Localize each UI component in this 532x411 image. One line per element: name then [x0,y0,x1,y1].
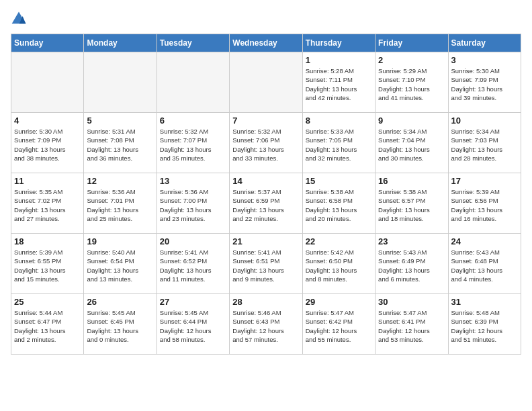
day-info: Sunrise: 5:41 AM Sunset: 6:51 PM Dayligh… [232,248,299,283]
calendar-cell: 4Sunrise: 5:30 AM Sunset: 7:09 PM Daylig… [11,113,84,173]
day-info: Sunrise: 5:48 AM Sunset: 6:39 PM Dayligh… [451,308,518,344]
calendar-cell [157,52,229,113]
day-number: 7 [232,116,299,126]
calendar-cell: 10Sunrise: 5:34 AM Sunset: 7:03 PM Dayli… [448,113,521,173]
weekday-header-monday: Monday [84,34,157,52]
calendar-cell: 12Sunrise: 5:36 AM Sunset: 7:01 PM Dayli… [84,173,157,234]
day-info: Sunrise: 5:34 AM Sunset: 7:03 PM Dayligh… [451,127,518,163]
calendar-cell [11,52,84,113]
calendar-header-row: SundayMondayTuesdayWednesdayThursdayFrid… [11,34,521,52]
day-number: 28 [232,297,299,307]
weekday-header-saturday: Saturday [448,34,521,52]
calendar-cell: 6Sunrise: 5:32 AM Sunset: 7:07 PM Daylig… [157,113,229,173]
day-info: Sunrise: 5:47 AM Sunset: 6:41 PM Dayligh… [378,308,445,344]
day-info: Sunrise: 5:29 AM Sunset: 7:10 PM Dayligh… [378,66,445,102]
calendar-cell: 1Sunrise: 5:28 AM Sunset: 7:11 PM Daylig… [302,52,375,113]
calendar-cell: 24Sunrise: 5:43 AM Sunset: 6:48 PM Dayli… [448,234,521,294]
calendar-cell [84,52,157,113]
day-number: 22 [306,236,372,246]
day-number: 9 [378,116,445,126]
calendar-week-1: 1Sunrise: 5:28 AM Sunset: 7:11 PM Daylig… [11,52,521,113]
calendar-cell: 14Sunrise: 5:37 AM Sunset: 6:59 PM Dayli… [230,173,302,234]
day-info: Sunrise: 5:39 AM Sunset: 6:56 PM Dayligh… [451,187,518,223]
logo [11,11,30,27]
calendar-cell: 28Sunrise: 5:46 AM Sunset: 6:43 PM Dayli… [230,294,302,355]
calendar-cell: 23Sunrise: 5:43 AM Sunset: 6:49 PM Dayli… [375,234,448,294]
day-number: 24 [451,236,518,246]
calendar-cell: 19Sunrise: 5:40 AM Sunset: 6:54 PM Dayli… [84,234,157,294]
calendar-body: 1Sunrise: 5:28 AM Sunset: 7:11 PM Daylig… [11,52,521,355]
day-number: 15 [306,176,372,186]
day-number: 1 [306,55,372,65]
day-info: Sunrise: 5:40 AM Sunset: 6:54 PM Dayligh… [87,248,153,283]
calendar-cell: 11Sunrise: 5:35 AM Sunset: 7:02 PM Dayli… [11,173,84,234]
weekday-header-sunday: Sunday [11,34,84,52]
weekday-header-thursday: Thursday [302,34,375,52]
weekday-header-tuesday: Tuesday [157,34,229,52]
calendar-cell: 16Sunrise: 5:38 AM Sunset: 6:57 PM Dayli… [375,173,448,234]
day-number: 16 [378,176,445,186]
calendar-cell: 22Sunrise: 5:42 AM Sunset: 6:50 PM Dayli… [302,234,375,294]
day-info: Sunrise: 5:36 AM Sunset: 7:00 PM Dayligh… [160,187,226,223]
day-info: Sunrise: 5:34 AM Sunset: 7:04 PM Dayligh… [378,127,445,163]
day-number: 19 [87,236,153,246]
day-info: Sunrise: 5:38 AM Sunset: 6:58 PM Dayligh… [306,187,372,223]
day-number: 6 [160,116,226,126]
day-info: Sunrise: 5:45 AM Sunset: 6:44 PM Dayligh… [160,308,226,344]
day-info: Sunrise: 5:38 AM Sunset: 6:57 PM Dayligh… [378,187,445,223]
day-info: Sunrise: 5:33 AM Sunset: 7:05 PM Dayligh… [306,127,372,163]
day-number: 30 [378,297,445,307]
day-info: Sunrise: 5:47 AM Sunset: 6:42 PM Dayligh… [306,308,372,344]
calendar-cell: 13Sunrise: 5:36 AM Sunset: 7:00 PM Dayli… [157,173,229,234]
calendar-cell: 21Sunrise: 5:41 AM Sunset: 6:51 PM Dayli… [230,234,302,294]
day-number: 21 [232,236,299,246]
calendar-cell: 2Sunrise: 5:29 AM Sunset: 7:10 PM Daylig… [375,52,448,113]
calendar-week-4: 18Sunrise: 5:39 AM Sunset: 6:55 PM Dayli… [11,234,521,294]
day-number: 31 [451,297,518,307]
day-number: 23 [378,236,445,246]
day-info: Sunrise: 5:28 AM Sunset: 7:11 PM Dayligh… [306,66,372,102]
day-number: 12 [87,176,153,186]
day-info: Sunrise: 5:41 AM Sunset: 6:52 PM Dayligh… [160,248,226,283]
day-number: 26 [87,297,153,307]
weekday-header-wednesday: Wednesday [230,34,302,52]
calendar-cell: 29Sunrise: 5:47 AM Sunset: 6:42 PM Dayli… [302,294,375,355]
logo-icon [11,11,27,27]
calendar-cell: 27Sunrise: 5:45 AM Sunset: 6:44 PM Dayli… [157,294,229,355]
day-info: Sunrise: 5:44 AM Sunset: 6:47 PM Dayligh… [14,308,81,344]
calendar-cell: 26Sunrise: 5:45 AM Sunset: 6:45 PM Dayli… [84,294,157,355]
day-number: 4 [14,116,81,126]
day-info: Sunrise: 5:43 AM Sunset: 6:49 PM Dayligh… [378,248,445,283]
day-info: Sunrise: 5:36 AM Sunset: 7:01 PM Dayligh… [87,187,153,223]
day-info: Sunrise: 5:35 AM Sunset: 7:02 PM Dayligh… [14,187,81,223]
day-info: Sunrise: 5:43 AM Sunset: 6:48 PM Dayligh… [451,248,518,283]
calendar-cell: 18Sunrise: 5:39 AM Sunset: 6:55 PM Dayli… [11,234,84,294]
calendar-week-2: 4Sunrise: 5:30 AM Sunset: 7:09 PM Daylig… [11,113,521,173]
calendar-cell: 17Sunrise: 5:39 AM Sunset: 6:56 PM Dayli… [448,173,521,234]
calendar-cell: 25Sunrise: 5:44 AM Sunset: 6:47 PM Dayli… [11,294,84,355]
day-number: 8 [306,116,372,126]
calendar-cell [230,52,302,113]
day-number: 13 [160,176,226,186]
day-info: Sunrise: 5:31 AM Sunset: 7:08 PM Dayligh… [87,127,153,163]
day-number: 17 [451,176,518,186]
calendar-cell: 5Sunrise: 5:31 AM Sunset: 7:08 PM Daylig… [84,113,157,173]
day-number: 10 [451,116,518,126]
day-number: 5 [87,116,153,126]
day-number: 18 [14,236,81,246]
day-info: Sunrise: 5:42 AM Sunset: 6:50 PM Dayligh… [306,248,372,283]
day-info: Sunrise: 5:39 AM Sunset: 6:55 PM Dayligh… [14,248,81,283]
calendar-cell: 30Sunrise: 5:47 AM Sunset: 6:41 PM Dayli… [375,294,448,355]
calendar-week-5: 25Sunrise: 5:44 AM Sunset: 6:47 PM Dayli… [11,294,521,355]
day-info: Sunrise: 5:37 AM Sunset: 6:59 PM Dayligh… [232,187,299,223]
day-number: 11 [14,176,81,186]
weekday-header-friday: Friday [375,34,448,52]
calendar-cell: 8Sunrise: 5:33 AM Sunset: 7:05 PM Daylig… [302,113,375,173]
calendar-table: SundayMondayTuesdayWednesdayThursdayFrid… [11,34,521,355]
day-number: 25 [14,297,81,307]
calendar-cell: 3Sunrise: 5:30 AM Sunset: 7:09 PM Daylig… [448,52,521,113]
day-number: 20 [160,236,226,246]
calendar-cell: 31Sunrise: 5:48 AM Sunset: 6:39 PM Dayli… [448,294,521,355]
day-number: 27 [160,297,226,307]
calendar-cell: 20Sunrise: 5:41 AM Sunset: 6:52 PM Dayli… [157,234,229,294]
